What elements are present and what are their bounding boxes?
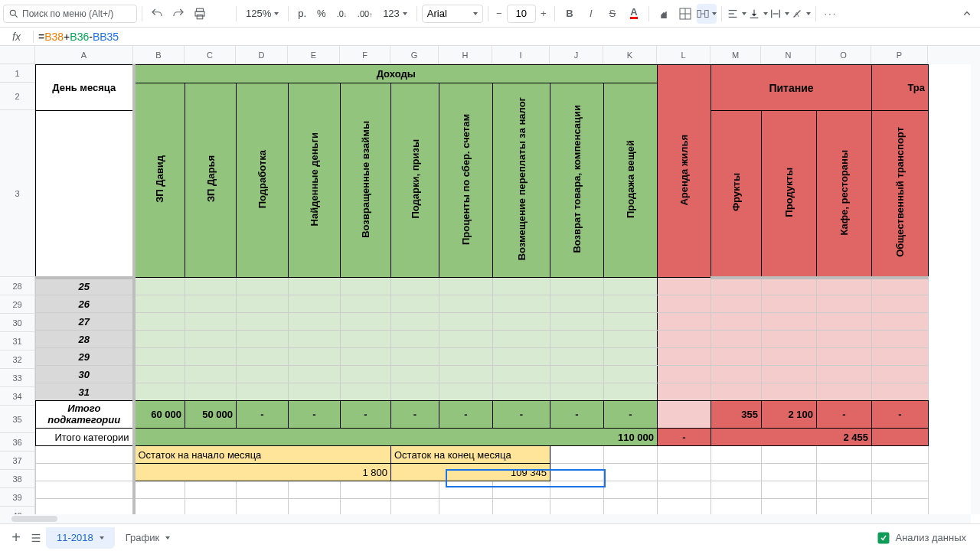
paint-format-button[interactable] bbox=[211, 4, 231, 24]
cell-A38[interactable] bbox=[36, 464, 134, 481]
formula-input[interactable]: =B38+B36-BB35 bbox=[34, 31, 980, 43]
spreadsheet-table[interactable]: День месяца Доходы Аренда жилья Питание … bbox=[35, 64, 929, 517]
cell-J35[interactable]: - bbox=[550, 401, 604, 429]
percent-button[interactable]: % bbox=[312, 8, 331, 19]
cell-H2[interactable]: Проценты по сбер. счетам bbox=[439, 83, 493, 278]
cell-K2[interactable]: Продажа вещей bbox=[604, 83, 658, 278]
more-button[interactable]: ··· bbox=[821, 4, 841, 24]
cell-A28[interactable]: 25 bbox=[36, 278, 134, 295]
col-header-D[interactable]: D bbox=[236, 46, 288, 64]
cell-O35[interactable]: - bbox=[817, 401, 872, 429]
col-header-B[interactable]: B bbox=[133, 46, 185, 64]
cell-F2[interactable]: Возвращенные взаймы bbox=[341, 83, 391, 278]
cell-C2[interactable]: ЗП Дарья bbox=[185, 83, 237, 278]
cell-A33[interactable]: 30 bbox=[36, 366, 134, 383]
cell-B35[interactable]: 60 000 bbox=[134, 401, 185, 429]
analyze-data-button[interactable]: Анализ данных bbox=[869, 528, 974, 548]
strike-button[interactable]: S bbox=[603, 4, 622, 24]
cell-A3[interactable] bbox=[36, 111, 134, 278]
row-header-2[interactable]: 2 bbox=[0, 83, 35, 110]
row-header-28[interactable]: 28 bbox=[0, 277, 35, 295]
cell-income-header[interactable]: Доходы bbox=[134, 65, 658, 83]
row-header-32[interactable]: 32 bbox=[0, 350, 35, 369]
col-header-O[interactable]: O bbox=[816, 46, 871, 64]
cell-O3[interactable]: Кафе, рестораны bbox=[817, 111, 872, 278]
cell-C35[interactable]: 50 000 bbox=[185, 401, 237, 429]
cell-A31[interactable]: 28 bbox=[36, 331, 134, 348]
add-sheet-button[interactable]: + bbox=[6, 528, 26, 548]
cell-H35[interactable]: - bbox=[439, 401, 493, 429]
row-header-37[interactable]: 37 bbox=[0, 452, 35, 470]
col-header-L[interactable]: L bbox=[657, 46, 710, 64]
sheet-tab-2[interactable]: График bbox=[115, 527, 181, 549]
cell-M36[interactable]: 2 455 bbox=[711, 429, 872, 446]
font-size-plus[interactable]: + bbox=[537, 4, 550, 24]
merge-cells-button[interactable] bbox=[697, 4, 717, 24]
decrease-decimal-button[interactable]: .0↓ bbox=[332, 9, 351, 18]
sheet-tab-1[interactable]: 11-2018 bbox=[46, 527, 115, 549]
format-123-button[interactable]: 123 bbox=[378, 8, 412, 19]
select-all-corner[interactable] bbox=[0, 46, 35, 64]
zoom-select[interactable]: 125% bbox=[241, 8, 283, 19]
col-header-G[interactable]: G bbox=[390, 46, 439, 64]
row-header-29[interactable]: 29 bbox=[0, 295, 35, 314]
col-header-P[interactable]: P bbox=[871, 46, 928, 64]
cell-A30[interactable]: 27 bbox=[36, 313, 134, 331]
cell-D35[interactable]: - bbox=[237, 401, 289, 429]
cell-M3[interactable]: Фрукты bbox=[711, 111, 762, 278]
text-color-button[interactable]: A bbox=[624, 4, 644, 24]
row-header-33[interactable]: 33 bbox=[0, 369, 35, 387]
collapse-toolbar-button[interactable] bbox=[957, 4, 977, 24]
row-header-30[interactable]: 30 bbox=[0, 314, 35, 332]
borders-button[interactable] bbox=[675, 4, 695, 24]
cell-transport-header[interactable]: Тра bbox=[872, 65, 929, 111]
cell-F35[interactable]: - bbox=[341, 401, 391, 429]
cell-B36[interactable]: 110 000 bbox=[134, 429, 658, 446]
undo-button[interactable] bbox=[147, 4, 167, 24]
row-header-1[interactable]: 1 bbox=[0, 64, 35, 83]
cell-P3[interactable]: Общественный транспорт bbox=[872, 111, 929, 278]
v-align-button[interactable] bbox=[748, 4, 768, 24]
cell-N35[interactable]: 2 100 bbox=[762, 401, 817, 429]
row-headers[interactable]: 1 2 3 28 29 30 31 32 33 34 35 36 37 38 3… bbox=[0, 64, 35, 523]
cell-B2[interactable]: ЗП Давид bbox=[134, 83, 185, 278]
cell-A29[interactable]: 26 bbox=[36, 295, 134, 313]
scrollbar-vertical[interactable] bbox=[971, 64, 980, 514]
cell-G35[interactable]: - bbox=[391, 401, 439, 429]
col-header-K[interactable]: K bbox=[603, 46, 657, 64]
col-header-N[interactable]: N bbox=[761, 46, 816, 64]
cell-G2[interactable]: Подарки, призы bbox=[391, 83, 439, 278]
cell-P36[interactable] bbox=[872, 429, 929, 446]
cell-L36[interactable]: - bbox=[658, 429, 711, 446]
bold-button[interactable]: B bbox=[560, 4, 580, 24]
cell-P35[interactable]: - bbox=[872, 401, 929, 429]
cell-L1[interactable]: Аренда жилья bbox=[658, 65, 711, 278]
cell-D2[interactable]: Подработка bbox=[237, 83, 289, 278]
scrollbar-horizontal[interactable] bbox=[0, 514, 971, 523]
font-select[interactable]: Arial bbox=[422, 5, 483, 23]
row-header-3[interactable]: 3 bbox=[0, 110, 35, 277]
cell-A35[interactable]: Итого подкатегории bbox=[36, 401, 134, 429]
redo-button[interactable] bbox=[168, 4, 188, 24]
cell-N3[interactable]: Продукты bbox=[762, 111, 817, 278]
currency-button[interactable]: р. bbox=[293, 8, 311, 19]
cell-M35[interactable]: 355 bbox=[711, 401, 762, 429]
row-header-34[interactable]: 34 bbox=[0, 387, 35, 406]
cell-A1[interactable]: День месяца bbox=[36, 65, 134, 111]
font-size-input[interactable]: 10 bbox=[507, 5, 536, 23]
cell-K35[interactable]: - bbox=[604, 401, 658, 429]
col-header-E[interactable]: E bbox=[288, 46, 340, 64]
cell-food-header[interactable]: Питание bbox=[711, 65, 872, 111]
cell-I35[interactable]: - bbox=[493, 401, 550, 429]
cell-G38[interactable]: 109 345 bbox=[391, 464, 550, 481]
cell-B38[interactable]: 1 800 bbox=[134, 464, 391, 481]
col-header-C[interactable]: C bbox=[185, 46, 236, 64]
cell-I2[interactable]: Возмещение переплаты за налог bbox=[493, 83, 550, 278]
row-header-35[interactable]: 35 bbox=[0, 406, 35, 433]
column-headers[interactable]: A B C D E F G H I J K L M N O P bbox=[35, 46, 980, 64]
row-header-31[interactable]: 31 bbox=[0, 332, 35, 350]
menu-search-input[interactable]: Поиск по меню (Alt+/) bbox=[3, 5, 137, 23]
row-header-39[interactable]: 39 bbox=[0, 488, 35, 507]
cell-E2[interactable]: Найденные деньги bbox=[289, 83, 341, 278]
cell-A36[interactable]: Итого категории bbox=[36, 429, 134, 446]
